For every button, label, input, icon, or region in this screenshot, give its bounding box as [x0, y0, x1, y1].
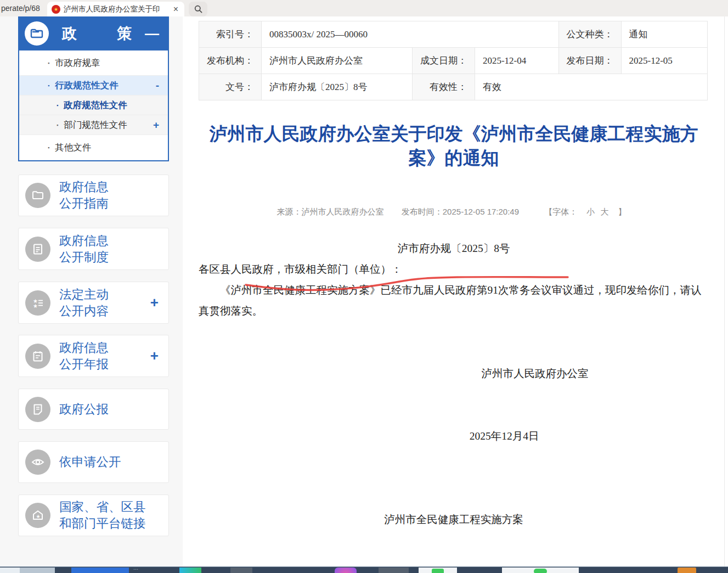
meta-written-value: 2025-12-04	[475, 48, 558, 74]
active-tab-title: 泸州市人民政府办公室关于印	[64, 4, 168, 14]
plan-title: 泸州市全民健康工程实施方案	[199, 509, 709, 530]
taskbar-app-gray2[interactable]	[379, 568, 409, 573]
taskbar-search-box[interactable]	[20, 568, 55, 573]
signature-date: 2025年12月4日	[249, 426, 728, 447]
meta-type-value: 通知	[621, 21, 707, 48]
card-label: 政府公报	[59, 401, 109, 418]
document-icon	[25, 237, 50, 262]
meta-agency-value: 泸州市人民政府办公室	[262, 48, 413, 74]
tab-search-button[interactable]	[189, 2, 207, 16]
addressee-line: 各区县人民政府，市级相关部门（单位）：	[199, 259, 709, 280]
expand-plus-icon[interactable]: +	[150, 294, 163, 311]
font-smaller-button[interactable]: 小	[586, 207, 595, 216]
gazette-icon	[25, 397, 50, 422]
meta-validity-label: 有效性：	[412, 74, 475, 100]
meta-docno-label: 文号：	[199, 74, 262, 100]
meta-written-label: 成文日期：	[412, 48, 475, 74]
taskbar-app-gray1[interactable]	[230, 568, 252, 573]
meta-index-label: 索引号：	[199, 21, 262, 48]
background-tab-label: perate/p/68	[1, 4, 40, 13]
policy-nav-title: 政 策	[49, 24, 145, 43]
document-pane: 索引号： 00835003x/ 2025—00060 公文种类： 通知 发布机构…	[183, 16, 728, 566]
magnifier-icon	[194, 5, 202, 13]
tab-close-icon[interactable]: ×	[172, 4, 180, 14]
bullet-icon: ▪	[48, 83, 49, 88]
policy-nav: 政 策 — ▪ 市政府规章 ▪ 行政规范性文件 - ▪ 政府规范性文件 ▪ 部门…	[18, 16, 169, 161]
sidebar-card-disclosure-upon-request[interactable]: 依申请公开	[18, 441, 169, 483]
sidebar-item-administrative-normative-docs[interactable]: ▪ 行政规范性文件 -	[19, 76, 168, 96]
card-label: 法定主动 公开内容	[59, 286, 109, 319]
svg-text:★: ★	[36, 514, 41, 519]
font-size-control: 【字体：小 大】	[537, 207, 634, 216]
star-list-icon: ★★	[25, 290, 50, 316]
collapse-minus-icon[interactable]: —	[145, 26, 159, 41]
folder-icon	[25, 21, 49, 46]
taskbar-overflow-icon[interactable]: ⋯	[133, 568, 141, 573]
background-tab[interactable]: perate/p/68	[0, 0, 46, 16]
signature-agency: 泸州市人民政府办公室	[280, 363, 728, 384]
card-label: 国家、省、区县 和部门平台链接	[59, 499, 146, 532]
doc-number-line: 泸市府办规〔2025〕8号	[199, 238, 709, 259]
meta-agency-label: 发布机构：	[199, 48, 262, 74]
bullet-icon: ▪	[48, 60, 49, 66]
sidebar-item-municipal-rules[interactable]: ▪ 市政府规章	[19, 50, 168, 76]
taskbar-app-green-frame[interactable]	[502, 568, 579, 573]
meta-publish-label: 发布日期：	[558, 48, 621, 74]
expand-plus-icon[interactable]: +	[153, 119, 159, 131]
card-label: 依申请公开	[59, 454, 121, 470]
sidebar-card-statutory-disclosure[interactable]: ★★ 法定主动 公开内容 +	[18, 282, 169, 324]
sidebar-item-other-docs[interactable]: ▪ 其他文件	[19, 135, 168, 160]
platform-icon: ★	[25, 503, 50, 528]
taskbar-app-media[interactable]	[335, 568, 357, 573]
eye-icon	[25, 450, 50, 475]
notice-paragraph: 《泸州市全民健康工程实施方案》已经市九届人民政府第91次常务会议审议通过，现印发…	[199, 280, 709, 322]
document-meta-table: 索引号： 00835003x/ 2025—00060 公文种类： 通知 发布机构…	[199, 21, 708, 100]
annual-report-icon	[25, 344, 50, 369]
taskbar-start-button[interactable]	[0, 568, 20, 573]
taskbar-app-word[interactable]	[71, 568, 129, 573]
collapse-minus-icon[interactable]: -	[156, 80, 159, 92]
meta-type-label: 公文种类：	[558, 21, 621, 48]
source-label: 来源：泸州市人民政府办公室	[277, 207, 384, 216]
meta-publish-value: 2025-12-05	[621, 48, 707, 74]
document-title: 泸州市人民政府办公室关于印发《泸州市全民健康工程实施方案》的通知	[194, 122, 714, 170]
taskbar: ⋯	[0, 566, 728, 573]
browser-tab-bar: perate/p/68 ★ 泸州市人民政府办公室关于印 ×	[0, 0, 728, 16]
sidebar-card-open-gov-guide[interactable]: 政府信息 公开指南	[18, 175, 169, 216]
sidebar-item-government-normative-docs[interactable]: ▪ 政府规范性文件	[19, 96, 168, 115]
sidebar: 政 策 — ▪ 市政府规章 ▪ 行政规范性文件 - ▪ 政府规范性文件 ▪ 部门…	[0, 16, 183, 566]
meta-validity-value: 有效	[475, 74, 707, 100]
taskbar-app-wechat-frame[interactable]	[419, 568, 457, 573]
active-tab[interactable]: ★ 泸州市人民政府办公室关于印 ×	[47, 2, 184, 16]
document-body: 泸市府办规〔2025〕8号 各区县人民政府，市级相关部门（单位）： 《泸州市全民…	[199, 238, 709, 573]
scrollbar-track[interactable]	[724, 16, 725, 566]
document-source-line: 来源：泸州市人民政府办公室 发布时间：2025-12-05 17:20:49 【…	[183, 207, 728, 217]
meta-index-value: 00835003x/ 2025—00060	[262, 21, 559, 48]
taskbar-notification-badge[interactable]	[678, 568, 696, 573]
sidebar-card-platform-links[interactable]: ★ 国家、省、区县 和部门平台链接	[18, 495, 169, 536]
china-emblem-icon: ★	[52, 5, 60, 14]
taskbar-app-ps[interactable]	[179, 568, 201, 573]
sidebar-card-gov-gazette[interactable]: 政府公报	[18, 389, 169, 430]
sidebar-item-department-normative-docs[interactable]: ▪ 部门规范性文件 +	[19, 115, 168, 135]
sidebar-card-open-gov-system[interactable]: 政府信息 公开制度	[18, 228, 169, 270]
policy-menu: ▪ 市政府规章 ▪ 行政规范性文件 - ▪ 政府规范性文件 ▪ 部门规范性文件 …	[18, 50, 169, 161]
card-label: 政府信息 公开年报	[59, 340, 109, 373]
expand-plus-icon[interactable]: +	[150, 347, 163, 364]
card-label: 政府信息 公开指南	[59, 179, 109, 212]
svg-text:★: ★	[33, 303, 38, 309]
folder-icon	[25, 183, 50, 208]
wechat-icon	[432, 569, 444, 573]
sidebar-card-annual-report[interactable]: 政府信息 公开年报 +	[18, 335, 169, 377]
font-larger-button[interactable]: 大	[600, 207, 608, 216]
bullet-icon: ▪	[48, 145, 49, 150]
green-app-icon	[534, 569, 547, 573]
bullet-icon: ▪	[57, 103, 58, 108]
meta-docno-value: 泸市府办规〔2025〕8号	[262, 74, 413, 100]
policy-nav-header[interactable]: 政 策 —	[18, 16, 169, 50]
bullet-icon: ▪	[57, 122, 58, 128]
publish-time-label: 发布时间：2025-12-05 17:20:49	[402, 207, 519, 216]
card-label: 政府信息 公开制度	[59, 233, 109, 266]
